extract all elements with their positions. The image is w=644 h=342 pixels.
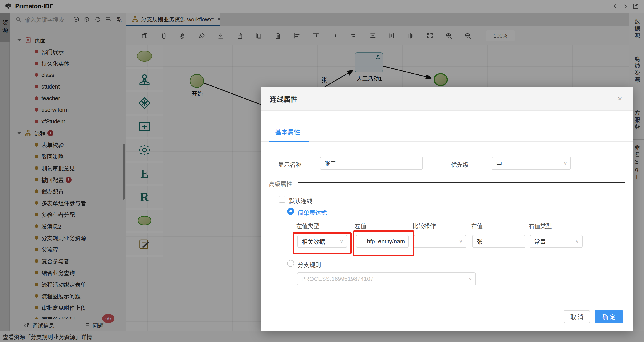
advanced-section-line bbox=[298, 182, 625, 183]
column-label-3: 右值 bbox=[471, 222, 483, 230]
tab-divider bbox=[261, 141, 632, 142]
default-line-label: 默认连线 bbox=[289, 196, 312, 205]
cancel-button[interactable]: 取 消 bbox=[564, 310, 590, 323]
chevron-down-icon: ∨ bbox=[575, 239, 579, 244]
priority-label: 优先级 bbox=[451, 160, 468, 168]
expr-select-0[interactable]: 相关数据∨ bbox=[297, 235, 347, 248]
close-icon[interactable]: × bbox=[618, 94, 622, 103]
modal-header: 连线属性 × bbox=[261, 87, 632, 111]
chevron-down-icon: ∨ bbox=[563, 161, 567, 166]
column-label-2: 比较操作 bbox=[412, 222, 436, 230]
advanced-section-label: 高级属性 bbox=[269, 180, 292, 188]
branch-rule-select[interactable]: PROCESS:1699519874107∨ bbox=[297, 272, 476, 286]
modal-title: 连线属性 bbox=[270, 94, 298, 104]
edge-properties-modal: 连线属性 × 基本属性 显示名称 张三 优先级 中∨ 高级属性 默认连线 简单表… bbox=[261, 87, 632, 330]
column-label-0: 左值类型 bbox=[296, 222, 320, 230]
default-line-checkbox[interactable] bbox=[279, 196, 286, 203]
chevron-down-icon: ∨ bbox=[340, 239, 344, 244]
branch-rule-radio[interactable] bbox=[287, 260, 294, 267]
expr-select-4[interactable]: 常量∨ bbox=[530, 235, 583, 248]
simple-expression-label: 简单表达式 bbox=[298, 208, 327, 216]
simple-expression-radio[interactable] bbox=[287, 208, 294, 215]
column-label-1: 左值 bbox=[355, 222, 366, 230]
chevron-down-icon: ∨ bbox=[459, 239, 463, 244]
column-label-4: 右值类型 bbox=[528, 222, 552, 230]
display-name-label: 显示名称 bbox=[278, 160, 302, 168]
tab-active-indicator bbox=[269, 141, 309, 142]
expr-select-2[interactable]: ==∨ bbox=[414, 235, 466, 248]
expr-input-3[interactable]: 张三 bbox=[472, 235, 526, 248]
tab-basic-properties[interactable]: 基本属性 bbox=[275, 127, 300, 136]
display-name-input[interactable]: 张三 bbox=[320, 157, 423, 170]
expr-input-1[interactable]: __bfp_entity/nam bbox=[356, 235, 409, 248]
chevron-down-icon: ∨ bbox=[468, 276, 472, 282]
branch-rule-label: 分支规则 bbox=[298, 260, 321, 269]
priority-select[interactable]: 中∨ bbox=[492, 157, 571, 170]
ok-button[interactable]: 确 定 bbox=[594, 310, 623, 323]
